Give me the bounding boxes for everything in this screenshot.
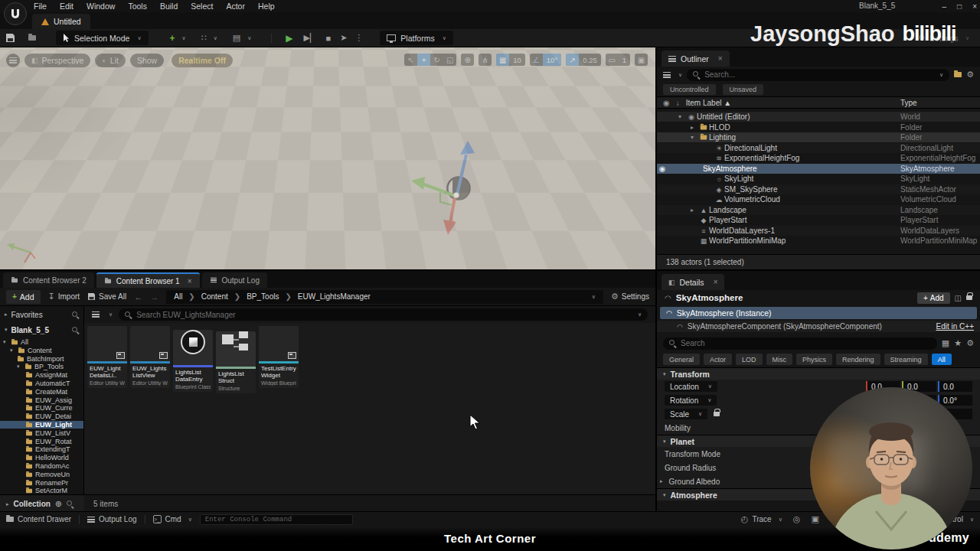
chip-physics[interactable]: Physics xyxy=(796,354,832,365)
instance-row[interactable]: ◠ SkyAtmosphere (Instance) xyxy=(660,307,977,319)
screenshot-icon[interactable]: ▣ xyxy=(811,514,818,524)
scale-lock-icon[interactable] xyxy=(714,412,720,416)
selection-mode-dropdown[interactable]: Selection Mode ∨ xyxy=(56,31,149,45)
tree-item[interactable]: AssignMat xyxy=(0,371,84,379)
minimize-button[interactable]: – xyxy=(942,2,947,11)
outliner-row[interactable]: ☁ VolumetricCloudVolumetricCloud xyxy=(657,194,980,204)
breadcrumb-all[interactable]: All xyxy=(174,292,182,301)
filter-icon[interactable] xyxy=(663,72,671,78)
skeleton-icon[interactable]: ⋔ xyxy=(479,54,492,66)
outliner-row[interactable]: ▾◉ Untitled (Editor)World xyxy=(657,112,980,122)
tree-item[interactable]: RandomAc xyxy=(0,462,84,470)
chip-misc[interactable]: Misc xyxy=(766,354,793,365)
asset-tile[interactable]: EUW_Light DetailsLi..Editor Utility Wi..… xyxy=(87,326,127,388)
favorites-section[interactable]: ▸ Favorites xyxy=(0,306,84,323)
tab-untitled-level[interactable]: Untitled xyxy=(32,14,90,29)
tree-item[interactable]: ▾BP_Tools xyxy=(0,363,84,370)
tree-item[interactable]: ▾Content xyxy=(0,347,84,354)
outliner-row[interactable]: ≡ WorldDataLayers-1WorldDataLayers xyxy=(657,226,980,236)
show-dropdown[interactable]: Show xyxy=(130,54,164,67)
tree-item[interactable]: ▾All xyxy=(0,338,84,346)
breadcrumb-bp-tools[interactable]: BP_Tools xyxy=(247,292,279,301)
cinematics-button[interactable]: ▤∨ xyxy=(227,29,258,47)
unreal-logo-icon[interactable] xyxy=(4,2,27,25)
add-component-button[interactable]: +Add xyxy=(917,292,950,304)
new-folder-icon[interactable] xyxy=(954,72,962,77)
tree-item[interactable]: AutomaticT xyxy=(0,380,84,387)
blueprints-button[interactable]: ∷∨ xyxy=(195,29,224,47)
filter-chip-uncontrolled[interactable]: Uncontrolled xyxy=(663,84,716,95)
grid-view-icon[interactable]: ▦ xyxy=(942,338,949,348)
maximize-viewport-icon[interactable]: ▣ xyxy=(635,54,648,66)
viewport[interactable]: ◧ Perspective ◐ Lit Show Realtime Off ↖ … xyxy=(0,47,655,269)
tree-item[interactable]: RemoveUn xyxy=(0,471,84,478)
component-view-icon[interactable]: ◫ xyxy=(955,294,962,302)
close-icon[interactable]: × xyxy=(714,278,718,286)
grid-snap-value[interactable]: 10 xyxy=(509,54,525,66)
favorites-star-icon[interactable]: ★ xyxy=(954,338,962,348)
tree-item[interactable]: EUW_Rotat xyxy=(0,438,84,445)
close-button[interactable]: × xyxy=(972,2,977,11)
restore-button[interactable]: □ xyxy=(957,2,962,11)
chip-lod[interactable]: LOD xyxy=(736,354,763,365)
outliner-row[interactable]: ☼ SkyLightSkyLight xyxy=(657,174,980,184)
content-drawer-icon[interactable] xyxy=(28,35,36,41)
trace-dropdown[interactable]: ◴ Trace∨ xyxy=(741,514,782,524)
viewport-menu-icon[interactable] xyxy=(6,54,20,67)
filter-icon[interactable] xyxy=(92,311,100,318)
outliner-row-selected[interactable]: ◉ ◠ SkyAtmosphereSkyAtmosphere xyxy=(657,164,980,174)
menu-window[interactable]: Window xyxy=(87,2,115,11)
tree-item[interactable]: RenamePr xyxy=(0,479,84,487)
platforms-dropdown[interactable]: Platforms ∨ xyxy=(380,31,452,45)
section-transform[interactable]: ▾Transform xyxy=(657,367,980,380)
chip-rendering[interactable]: Rendering xyxy=(836,354,880,365)
details-search-input[interactable]: Search xyxy=(663,337,937,350)
menu-help[interactable]: Help xyxy=(258,2,275,11)
save-all-button[interactable]: Save All xyxy=(87,292,126,301)
asset-tile[interactable]: TestListEntry WidgetWidget Blueprint xyxy=(259,326,299,388)
tab-outliner[interactable]: Outliner × xyxy=(662,51,730,67)
tree-item[interactable]: EUW_Assig xyxy=(0,396,84,404)
rotation-snap-icon[interactable]: ∠ xyxy=(530,54,543,66)
content-drawer-button[interactable]: Content Drawer xyxy=(6,515,71,523)
column-item-label[interactable]: Item Label ▲ xyxy=(686,99,731,107)
move-tool-icon[interactable]: + xyxy=(417,54,430,66)
output-log-button[interactable]: Output Log xyxy=(87,515,136,523)
menu-edit[interactable]: Edit xyxy=(60,2,74,11)
menu-file[interactable]: File xyxy=(34,2,47,11)
rotation-snap-value[interactable]: 10° xyxy=(543,54,561,66)
asset-search-input[interactable]: Search EUW_LightsManager ∨ xyxy=(119,308,648,321)
add-button[interactable]: +Add xyxy=(6,290,41,304)
menu-select[interactable]: Select xyxy=(191,2,213,11)
scale-snap-icon[interactable]: ↗ xyxy=(566,54,579,66)
search-icon[interactable] xyxy=(72,311,79,318)
lit-dropdown[interactable]: ◐ Lit xyxy=(95,54,126,67)
asset-tile[interactable]: LightsList StructStructure xyxy=(216,326,256,393)
tree-item-selected[interactable]: EUW_Light xyxy=(0,421,84,429)
world-local-toggle-icon[interactable]: ⊕ xyxy=(461,54,474,66)
asset-tile[interactable]: LightsList DataEntryBlueprint Class xyxy=(173,326,213,392)
chip-general[interactable]: General xyxy=(663,354,700,365)
menu-tools[interactable]: Tools xyxy=(128,2,147,11)
tree-root-header[interactable]: ▾ Blank_5_5 xyxy=(0,323,83,337)
tree-item[interactable]: BatchImport xyxy=(0,355,84,363)
tree-item[interactable]: SetActorM xyxy=(0,487,84,494)
tree-item[interactable]: EUW_Curre xyxy=(0,404,84,412)
perspective-dropdown[interactable]: ◧ Perspective xyxy=(24,54,90,67)
gizmo-x-axis[interactable] xyxy=(450,197,455,223)
frame-skip-button[interactable]: ▶▏ xyxy=(304,33,317,43)
outliner-row[interactable]: ☀ DirectionalLightDirectionalLight xyxy=(657,143,980,153)
tab-content-browser-1[interactable]: Content Browser 1 × xyxy=(96,272,200,288)
transform-gizmo[interactable] xyxy=(410,133,501,248)
close-icon[interactable]: × xyxy=(718,54,723,63)
outliner-row[interactable]: ▦ WorldPartitionMiniMapWorldPartitionMin… xyxy=(657,236,980,246)
search-icon[interactable] xyxy=(67,500,74,507)
collection-section[interactable]: ▸ Collection ⊕ xyxy=(0,494,84,513)
realtime-off-badge[interactable]: Realtime Off xyxy=(172,54,233,67)
snapshot-icon[interactable]: ◎ xyxy=(793,514,801,524)
add-actor-button[interactable]: +∨ xyxy=(164,29,192,47)
console-command-input[interactable]: Enter Console Command xyxy=(200,514,353,525)
scale-dropdown[interactable]: Scale∨ xyxy=(665,409,707,419)
outliner-row[interactable]: ≋ ExponentialHeightFogExponentialHeightF… xyxy=(657,153,980,163)
rotation-z-field[interactable]: 0.0° xyxy=(938,395,972,406)
